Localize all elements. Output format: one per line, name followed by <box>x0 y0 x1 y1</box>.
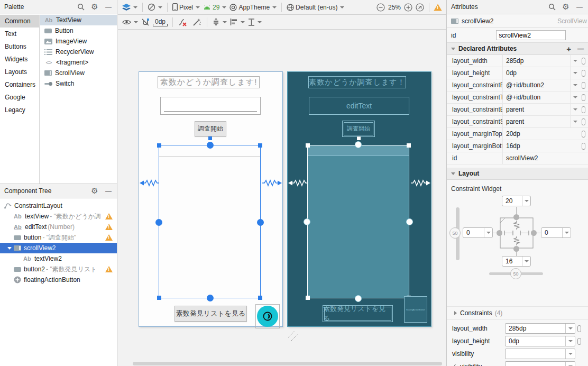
orientation-selector[interactable] <box>148 3 162 11</box>
declared-attributes-header[interactable]: Declared Attributes + — <box>447 43 588 55</box>
palette-item-switch[interactable]: Switch <box>40 78 117 89</box>
palette-item-scrollview[interactable]: ScrollView <box>40 68 117 78</box>
anchor-top[interactable] <box>207 142 214 149</box>
palette-item-textview[interactable]: AbTextView <box>40 15 117 25</box>
resize-handle-ne[interactable] <box>258 143 262 148</box>
tree-item-button[interactable]: button- "調査開始" <box>0 232 117 243</box>
margin-top-combo[interactable]: 20 <box>502 196 531 206</box>
resize-handle-sw[interactable] <box>306 296 310 300</box>
pack-selector[interactable] <box>212 18 227 26</box>
design-surface-selector[interactable] <box>122 4 137 11</box>
zoom-to-fit-button[interactable] <box>416 3 424 12</box>
tree-item-constraintlayout[interactable]: ConstraintLayout <box>0 200 117 211</box>
blueprint-button-list[interactable]: 素数発見リストを見る <box>323 305 393 322</box>
dropdown-arrow-icon[interactable] <box>570 79 580 91</box>
attributes-settings-icon[interactable]: ⚙ <box>562 3 570 11</box>
resource-picker-icon[interactable] <box>577 338 581 345</box>
attr-row-visibility[interactable]: visibility <box>447 347 588 360</box>
tree-settings-icon[interactable]: ⚙ <box>90 187 99 195</box>
tree-item-textview2[interactable]: Ab textView2 <box>0 253 117 264</box>
palette-category-widgets[interactable]: Widgets <box>0 53 39 66</box>
margin-bottom-combo[interactable]: 16 <box>502 256 531 267</box>
palette-item-imageview[interactable]: ImageView <box>40 36 117 47</box>
attr-row-layout-height-2[interactable]: layout_height 0dp <box>447 335 588 347</box>
warning-icon[interactable] <box>105 234 113 241</box>
constraint-anchor-top[interactable] <box>513 214 519 220</box>
distribute-selector[interactable] <box>248 19 262 26</box>
tree-item-scrollview2[interactable]: scrollView2 <box>0 243 117 253</box>
resize-handle-sw[interactable] <box>157 296 161 300</box>
horizontal-scrollbar[interactable] <box>133 362 442 365</box>
resize-handle-se[interactable] <box>258 296 262 300</box>
margin-start-combo[interactable]: 0 <box>463 227 493 238</box>
constraint-widget-box[interactable] <box>500 217 534 249</box>
palette-item-button[interactable]: Button <box>40 25 117 36</box>
remove-attribute-button[interactable]: — <box>577 45 584 52</box>
resource-picker-icon[interactable] <box>582 58 585 65</box>
palette-category-text[interactable]: Text <box>0 28 39 40</box>
blueprint-textview[interactable]: 素数かどうか調査します！ <box>308 76 406 88</box>
dropdown-arrow-icon[interactable] <box>565 336 575 346</box>
anchor-left[interactable] <box>155 219 162 226</box>
resource-picker-icon[interactable] <box>577 325 581 332</box>
expander-icon[interactable] <box>7 247 12 250</box>
palette-item-fragment[interactable]: <><fragment> <box>40 57 117 68</box>
palette-search-icon[interactable] <box>77 3 85 11</box>
anchor-right[interactable] <box>406 218 413 225</box>
palette-settings-icon[interactable]: ⚙ <box>90 3 99 11</box>
design-edittext[interactable] <box>160 97 261 115</box>
dropdown-arrow-icon[interactable] <box>570 67 580 79</box>
attr-row-constraint-top[interactable]: layout_constraintT@+id/button <box>447 92 588 104</box>
palette-category-google[interactable]: Google <box>0 91 39 104</box>
tree-item-edittext[interactable]: Ab editText(Number) <box>0 222 117 232</box>
canvas-resize-handle[interactable] <box>288 331 300 341</box>
design-scrollview-selected[interactable] <box>159 145 261 298</box>
dropdown-arrow-icon[interactable] <box>570 104 580 115</box>
add-attribute-button[interactable]: + <box>566 44 571 53</box>
device-selector[interactable]: Pixel <box>172 3 200 11</box>
attr-row-margin-bottom[interactable]: layout_marginBott16dp <box>447 140 588 152</box>
tree-item-floatingactionbutton[interactable]: floatingActionButton <box>0 274 117 285</box>
anchor-left[interactable] <box>304 218 310 225</box>
design-surface[interactable]: 素数かどうか調査します! 調査開始 素数発見リストを見 <box>118 30 446 366</box>
clear-constraints-button[interactable] <box>178 18 188 26</box>
palette-category-containers[interactable]: Containers <box>0 78 39 91</box>
attr-row-tools-visibility[interactable]: visibility <box>447 360 588 366</box>
dropdown-arrow-icon[interactable] <box>570 116 580 127</box>
dropdown-arrow-icon[interactable] <box>522 257 530 266</box>
dropdown-arrow-icon[interactable] <box>565 349 575 359</box>
design-button-list[interactable]: 素数発見リストを見る <box>174 306 247 322</box>
resource-picker-icon[interactable] <box>582 70 585 77</box>
errors-warning-icon[interactable] <box>434 4 442 11</box>
tree-item-button2[interactable]: button2- "素数発見リストを... <box>0 264 117 274</box>
dropdown-arrow-icon[interactable] <box>570 92 580 103</box>
design-view[interactable]: 素数かどうか調査します! 調査開始 素数発見リストを見 <box>139 71 283 327</box>
dropdown-arrow-icon[interactable] <box>562 228 571 237</box>
attr-row-layout-height[interactable]: layout_height0dp <box>447 67 588 79</box>
autoconnect-toggle[interactable] <box>141 18 150 26</box>
zoom-out-button[interactable] <box>376 3 385 12</box>
tools-visibility-combo[interactable] <box>505 361 575 366</box>
attr-row-layout-width[interactable]: layout_width285dp <box>447 55 588 67</box>
zoom-in-button[interactable] <box>404 3 412 12</box>
resize-handle-nw[interactable] <box>157 143 161 148</box>
resource-picker-icon[interactable] <box>582 131 585 138</box>
constraint-anchor-start[interactable] <box>497 230 502 236</box>
anchor-top[interactable] <box>355 141 362 148</box>
resize-handle-ne[interactable] <box>407 143 411 148</box>
margin-end-combo[interactable]: 0 <box>541 227 571 238</box>
attr-row-layout-width-2[interactable]: layout_width 285dp <box>447 322 588 335</box>
palette-category-buttons[interactable]: Buttons <box>0 40 39 53</box>
resource-picker-icon[interactable] <box>582 82 585 89</box>
layout-height-combo[interactable]: 0dp <box>505 336 575 346</box>
warning-icon[interactable] <box>105 213 113 219</box>
warning-icon[interactable] <box>105 266 113 272</box>
dropdown-arrow-icon[interactable] <box>522 196 530 206</box>
anchor-bottom[interactable] <box>355 295 362 302</box>
theme-selector[interactable]: AppTheme <box>229 4 277 11</box>
attr-row-constraint-bottom[interactable]: layout_constraintB@+id/button2 <box>447 79 588 92</box>
warning-icon[interactable] <box>105 224 113 230</box>
dropdown-arrow-icon[interactable] <box>570 55 580 67</box>
visibility-combo[interactable] <box>505 349 575 359</box>
attr-row-id[interactable]: idscrollView2 <box>447 152 588 164</box>
